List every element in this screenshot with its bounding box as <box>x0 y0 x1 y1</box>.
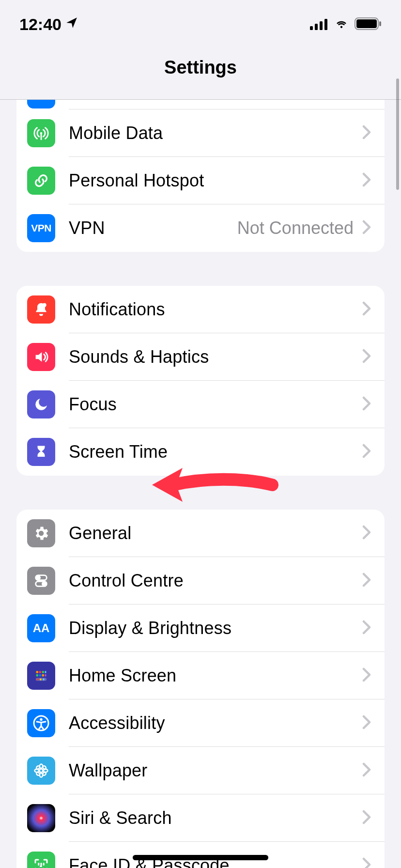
row-screen-time[interactable]: Screen Time <box>16 428 385 476</box>
bell-icon <box>27 295 55 324</box>
app-grid-icon <box>27 662 55 690</box>
siri-icon <box>27 804 55 832</box>
section-general: General Control Centre AA Display & Brig… <box>16 510 385 868</box>
switches-icon <box>27 567 55 595</box>
svg-rect-5 <box>356 19 377 28</box>
chevron-right-icon <box>362 762 371 779</box>
status-left: 12:40 <box>19 15 78 34</box>
status-time: 12:40 <box>19 15 62 34</box>
section-network: Mobile Data Personal Hotspot VPN VPN Not… <box>16 100 385 252</box>
row-notifications[interactable]: Notifications <box>16 286 385 333</box>
row-label: Display & Brightness <box>69 618 357 638</box>
svg-rect-1 <box>315 24 318 30</box>
svg-rect-18 <box>45 671 46 673</box>
chevron-right-icon <box>362 715 371 731</box>
wifi-icon <box>333 15 350 34</box>
chevron-right-icon <box>362 220 371 236</box>
settings-list[interactable]: Mobile Data Personal Hotspot VPN VPN Not… <box>0 100 401 868</box>
row-focus[interactable]: Focus <box>16 381 385 428</box>
wifi-icon-tile-partial <box>27 100 55 108</box>
svg-rect-6 <box>379 21 381 26</box>
svg-rect-22 <box>45 674 46 677</box>
hourglass-icon <box>27 438 55 466</box>
row-label: Personal Hotspot <box>69 170 357 191</box>
row-display-brightness[interactable]: AA Display & Brightness <box>16 604 385 652</box>
svg-rect-15 <box>36 671 39 673</box>
svg-rect-25 <box>40 679 42 681</box>
row-detail: Not Connected <box>237 218 354 238</box>
row-mobile-data[interactable]: Mobile Data <box>16 109 385 157</box>
row-label: VPN <box>69 218 237 238</box>
row-label: Sounds & Haptics <box>69 347 357 367</box>
svg-point-13 <box>42 582 46 586</box>
row-label: Accessibility <box>69 713 357 733</box>
page-title: Settings <box>0 48 401 99</box>
svg-rect-2 <box>320 21 323 30</box>
svg-rect-3 <box>324 19 327 30</box>
chevron-right-icon <box>362 573 371 589</box>
row-siri-search[interactable]: Siri & Search <box>16 794 385 842</box>
svg-rect-24 <box>37 679 39 681</box>
chevron-right-icon <box>362 172 371 189</box>
chevron-right-icon <box>362 349 371 365</box>
chevron-right-icon <box>362 810 371 826</box>
chevron-right-icon <box>362 667 371 684</box>
speaker-icon <box>27 343 55 371</box>
row-wallpaper[interactable]: Wallpaper <box>16 747 385 794</box>
faceid-icon <box>27 852 55 868</box>
flower-icon <box>27 757 55 785</box>
status-right <box>310 15 382 34</box>
svg-point-9 <box>43 303 46 307</box>
row-label: Screen Time <box>69 442 357 462</box>
chevron-right-icon <box>362 125 371 141</box>
row-label: Mobile Data <box>69 123 357 143</box>
svg-rect-26 <box>43 679 45 681</box>
svg-rect-17 <box>42 671 45 673</box>
chevron-right-icon <box>362 444 371 460</box>
row-general[interactable]: General <box>16 510 385 557</box>
gear-icon <box>27 519 55 547</box>
row-home-screen[interactable]: Home Screen <box>16 652 385 699</box>
battery-icon <box>355 15 382 34</box>
svg-rect-0 <box>310 26 313 30</box>
svg-point-11 <box>37 576 40 579</box>
row-label: Focus <box>69 394 357 415</box>
chevron-right-icon <box>362 525 371 542</box>
row-vpn[interactable]: VPN VPN Not Connected <box>16 204 385 252</box>
row-label: Wallpaper <box>69 760 357 781</box>
status-bar: 12:40 <box>0 0 401 48</box>
row-personal-hotspot[interactable]: Personal Hotspot <box>16 157 385 204</box>
scrollbar[interactable] <box>396 78 399 190</box>
row-label: General <box>69 523 357 543</box>
cellular-icon <box>310 15 328 34</box>
moon-icon <box>27 390 55 418</box>
row-accessibility[interactable]: Accessibility <box>16 699 385 747</box>
section-notifications: Notifications Sounds & Haptics Focus Scr… <box>16 286 385 476</box>
svg-rect-16 <box>39 671 42 673</box>
row-label: Notifications <box>69 299 357 320</box>
row-label: Siri & Search <box>69 808 357 828</box>
row-label: Home Screen <box>69 666 357 686</box>
text-size-icon: AA <box>27 614 55 642</box>
chevron-right-icon <box>362 620 371 636</box>
chevron-right-icon <box>362 857 371 868</box>
antenna-icon <box>27 119 55 147</box>
accessibility-icon <box>27 709 55 737</box>
chevron-right-icon <box>362 301 371 318</box>
svg-rect-21 <box>42 674 45 677</box>
svg-point-28 <box>40 718 42 721</box>
row-label: Control Centre <box>69 571 357 591</box>
svg-point-29 <box>39 769 43 772</box>
chevron-right-icon <box>362 396 371 413</box>
row-sounds-haptics[interactable]: Sounds & Haptics <box>16 333 385 381</box>
row-control-centre[interactable]: Control Centre <box>16 557 385 604</box>
location-icon <box>65 14 78 33</box>
svg-rect-19 <box>36 674 39 677</box>
link-icon <box>27 167 55 195</box>
row-partial-top[interactable] <box>16 100 385 109</box>
vpn-icon: VPN <box>27 214 55 242</box>
home-indicator[interactable] <box>133 855 268 860</box>
svg-rect-20 <box>39 674 42 677</box>
